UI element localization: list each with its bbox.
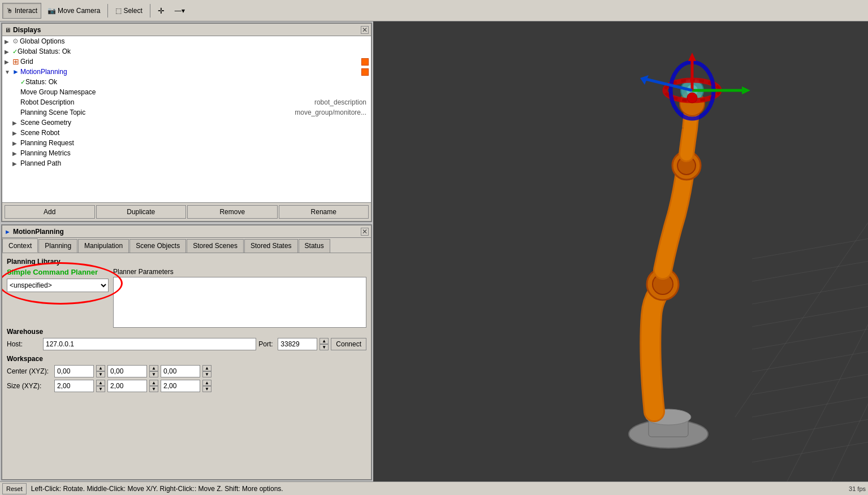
motion-planning-checkbox[interactable]	[361, 68, 369, 76]
tree-item-status-ok[interactable]: ✓ Status: Ok	[2, 77, 371, 87]
displays-panel: 🖥 Displays ✕ ▶ ⚙ Global Options ▶ ✓ Glob…	[1, 23, 372, 222]
toggle-global-options[interactable]: ▶	[5, 38, 12, 45]
move-camera-button[interactable]: 📷 Move Camera	[44, 3, 104, 19]
center-z-up[interactable]: ▲	[202, 365, 211, 371]
size-y-up[interactable]: ▲	[149, 380, 158, 386]
statusbar: Reset Left-Click: Rotate. Middle-Click: …	[0, 481, 868, 495]
motion-planning-label: MotionPlanning	[20, 68, 191, 76]
tab-manipulation[interactable]: Manipulation	[78, 239, 129, 253]
size-y-down[interactable]: ▼	[149, 386, 158, 392]
displays-title: Displays	[13, 26, 41, 34]
tree-item-scene-geometry[interactable]: ▶ Scene Geometry	[2, 118, 371, 128]
tree-item-global-status[interactable]: ▶ ✓ Global Status: Ok	[2, 46, 371, 57]
planning-metrics-label: Planning Metrics	[20, 149, 369, 157]
center-z-down[interactable]: ▼	[202, 371, 211, 377]
tab-planning[interactable]: Planning	[38, 239, 77, 253]
arrow-dropdown-btn[interactable]: —▾	[171, 3, 189, 19]
center-y-down[interactable]: ▼	[149, 371, 158, 377]
size-y-input[interactable]	[107, 380, 147, 392]
toggle-global-status[interactable]: ▶	[5, 49, 12, 55]
global-status-label: Global Status: Ok	[18, 47, 369, 55]
camera-icon: 📷	[47, 7, 56, 15]
center-z-spinner: ▲ ▼	[202, 365, 211, 377]
tree-item-global-options[interactable]: ▶ ⚙ Global Options	[2, 36, 371, 46]
size-x-down[interactable]: ▼	[96, 386, 105, 392]
tree-item-scene-robot[interactable]: ▶ Scene Robot	[2, 128, 371, 138]
toggle-scene-robot[interactable]: ▶	[12, 130, 20, 136]
planning-scene-label: Planning Scene Topic	[20, 108, 295, 116]
center-x-input[interactable]	[54, 365, 94, 377]
motion-panel-close[interactable]: ✕	[361, 228, 369, 236]
port-input[interactable]	[278, 338, 317, 350]
toggle-planned-path[interactable]: ▶	[12, 160, 20, 167]
workspace-section: Workspace Center (XYZ): ▲ ▼ ▲ ▼	[7, 355, 366, 392]
tree-item-motion-planning[interactable]: ▼ ► MotionPlanning	[2, 67, 371, 77]
tree-item-planning-request[interactable]: ▶ Planning Request	[2, 138, 371, 148]
tree-item-planning-scene[interactable]: Planning Scene Topic move_group/monitore…	[2, 107, 371, 118]
3d-viewport[interactable]	[373, 21, 868, 481]
port-spinner: ▲ ▼	[319, 338, 329, 350]
tree-item-grid[interactable]: ▶ ⊞ Grid	[2, 57, 371, 67]
center-y-spinner: ▲ ▼	[149, 365, 158, 377]
toggle-grid[interactable]: ▶	[5, 59, 12, 65]
connect-button[interactable]: Connect	[331, 338, 366, 350]
toggle-planning-metrics[interactable]: ▶	[12, 150, 20, 157]
remove-button[interactable]: Remove	[187, 205, 278, 219]
center-z-input[interactable]	[161, 365, 200, 377]
motion-panel-titlebar: ► MotionPlanning ✕	[2, 225, 371, 238]
center-y-up[interactable]: ▲	[149, 365, 158, 371]
size-z-up[interactable]: ▲	[202, 380, 211, 386]
center-y-input[interactable]	[107, 365, 147, 377]
displays-close-button[interactable]: ✕	[361, 26, 369, 34]
size-z-down[interactable]: ▼	[202, 386, 211, 392]
tab-scene-objects[interactable]: Scene Objects	[129, 239, 186, 253]
rename-button[interactable]: Rename	[279, 205, 369, 219]
warehouse-title: Warehouse	[7, 328, 366, 336]
status-help-text: Left-Click: Rotate. Middle-Click: Move X…	[31, 485, 844, 493]
tab-context[interactable]: Context	[2, 238, 38, 253]
tab-status[interactable]: Status	[299, 239, 330, 253]
displays-empty-area	[2, 168, 371, 202]
planner-dropdown[interactable]: <unspecified>	[7, 279, 109, 292]
tree-item-move-group-ns[interactable]: Move Group Namespace	[2, 87, 371, 97]
grid-checkbox[interactable]	[361, 58, 369, 66]
displays-titlebar: 🖥 Displays ✕	[2, 24, 371, 36]
scene-geometry-label: Scene Geometry	[20, 119, 369, 127]
select-icon: ⬚	[115, 7, 122, 15]
center-x-up[interactable]: ▲	[96, 365, 105, 371]
reset-button[interactable]: Reset	[2, 483, 27, 494]
center-x-spinner: ▲ ▼	[96, 365, 105, 377]
global-status-check: ✓	[12, 48, 18, 55]
global-options-label: Global Options	[20, 37, 369, 45]
warehouse-section: Warehouse Host: Port: ▲ ▼ Connect	[7, 328, 366, 350]
toolbar-divider-2	[150, 4, 150, 18]
tab-bar: Context Planning Manipulation Scene Obje…	[2, 238, 371, 253]
tab-stored-scenes[interactable]: Stored Scenes	[187, 239, 244, 253]
port-label: Port:	[258, 340, 275, 348]
size-z-input[interactable]	[161, 380, 200, 392]
tree-item-planning-metrics[interactable]: ▶ Planning Metrics	[2, 148, 371, 158]
size-x-up[interactable]: ▲	[96, 380, 105, 386]
interact-button[interactable]: 🖱 Interact	[2, 3, 41, 19]
duplicate-button[interactable]: Duplicate	[96, 205, 187, 219]
interact-label: Interact	[15, 7, 37, 15]
host-input[interactable]	[43, 338, 256, 350]
tree-item-planned-path[interactable]: ▶ Planned Path	[2, 158, 371, 168]
tree-item-robot-description[interactable]: Robot Description robot_description	[2, 97, 371, 107]
displays-icon: 🖥	[5, 27, 11, 33]
tab-stored-states[interactable]: Stored States	[244, 239, 298, 253]
toggle-planning-request[interactable]: ▶	[12, 140, 20, 146]
port-up-button[interactable]: ▲	[319, 338, 329, 344]
toggle-scene-geometry[interactable]: ▶	[12, 120, 20, 126]
center-x-down[interactable]: ▼	[96, 371, 105, 377]
motion-panel-title: MotionPlanning	[13, 228, 64, 236]
select-button[interactable]: ⬚ Select	[111, 3, 146, 19]
displays-content: ▶ ⚙ Global Options ▶ ✓ Global Status: Ok…	[2, 36, 371, 168]
port-down-button[interactable]: ▼	[319, 344, 329, 350]
move-icon-btn[interactable]: ✛	[154, 3, 169, 19]
size-x-input[interactable]	[54, 380, 94, 392]
size-label: Size (XYZ):	[7, 382, 52, 390]
toggle-motion-planning[interactable]: ▼	[5, 69, 12, 75]
add-button[interactable]: Add	[5, 205, 95, 219]
robot-description-label: Robot Description	[20, 98, 314, 106]
